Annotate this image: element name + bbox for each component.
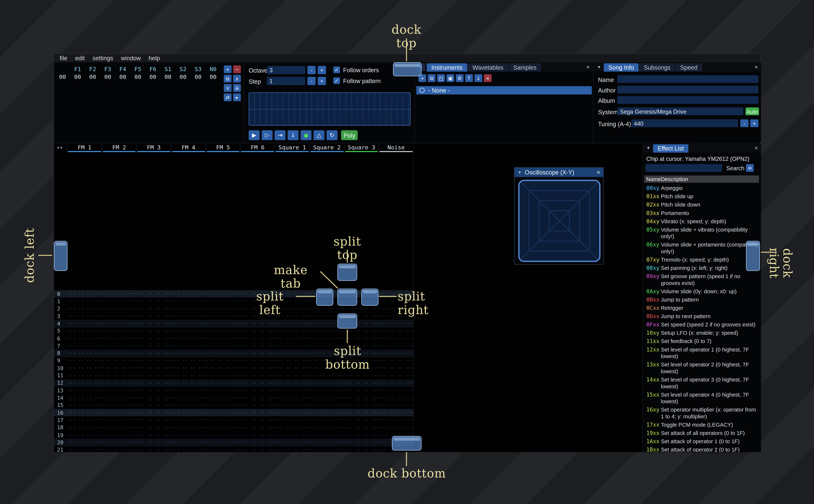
octave-increase-button[interactable]: +: [318, 66, 326, 74]
pattern-cell[interactable]: ··· ·· ·· ···: [309, 380, 344, 386]
move-instrument-up-button[interactable]: ↑: [465, 74, 473, 82]
pattern-cell[interactable]: ··· ·· ·· ···: [240, 321, 275, 326]
pattern-cell[interactable]: ··· ·· ·· ···: [378, 410, 413, 415]
pattern-cell[interactable]: ··· ·· ·· ···: [240, 380, 275, 386]
menu-item-settings[interactable]: settings: [92, 55, 113, 61]
pattern-cell[interactable]: ··· ·· ·· ···: [136, 425, 171, 430]
step-input[interactable]: 1: [267, 77, 305, 85]
pattern-cell[interactable]: ··· ·· ·· ···: [136, 351, 171, 356]
pattern-cell[interactable]: ··· ·· ·· ···: [67, 447, 102, 452]
pattern-cell[interactable]: ··· ·· ·· ···: [205, 447, 240, 452]
pattern-cell[interactable]: ··· ·· ·· ···: [171, 388, 205, 393]
pattern-cell[interactable]: ··· ·· ·· ···: [205, 388, 240, 393]
pattern-cell[interactable]: ··· ·· ·· ···: [275, 351, 309, 356]
pattern-cell[interactable]: ··· ·· ·· ···: [344, 432, 378, 438]
pattern-cell[interactable]: ··· ·· ·· ···: [275, 336, 309, 341]
pattern-cell[interactable]: ··· ·· ·· ···: [309, 432, 344, 438]
pattern-cell[interactable]: ··· ·· ·· ···: [275, 343, 309, 348]
pattern-cell[interactable]: ··· ·· ·· ···: [67, 380, 102, 386]
pattern-cell[interactable]: ··· ·· ·· ···: [344, 373, 378, 378]
pattern-cell[interactable]: ··· ·· ·· ···: [378, 336, 413, 341]
pattern-cell[interactable]: ··· ·· ·· ···: [205, 410, 240, 415]
octave-decrease-button[interactable]: -: [307, 66, 315, 74]
effect-row[interactable]: 09xySet groove pattern (speed 1 if no gr…: [644, 272, 761, 287]
pattern-cell[interactable]: ··· ·· ·· ···: [102, 410, 136, 415]
effect-row[interactable]: 0CxxRetrigger: [644, 304, 761, 312]
pattern-cell[interactable]: ··· ·· ·· ···: [136, 388, 171, 393]
pattern-cell[interactable]: ··· ·· ·· ···: [67, 403, 102, 408]
pattern-cell[interactable]: ··· ·· ·· ···: [344, 328, 378, 334]
pattern-cell[interactable]: ··· ·· ·· ···: [275, 403, 309, 408]
effect-row[interactable]: 15xxSet level of operator 4 (0 highest, …: [644, 390, 761, 405]
effect-row[interactable]: 14xxSet level of operator 3 (0 highest, …: [644, 375, 761, 390]
collapse-icon[interactable]: ▼: [646, 146, 650, 151]
remove-order-button[interactable]: −: [233, 65, 241, 73]
pattern-cell[interactable]: ··· ·· ·· ···: [102, 388, 136, 393]
pattern-cell[interactable]: ··· ·· ·· ···: [136, 328, 171, 334]
channel-header-square-1[interactable]: Square 1: [275, 144, 309, 152]
pattern-cell[interactable]: ··· ·· ·· ···: [136, 380, 171, 386]
effect-row[interactable]: 06xyVolume slide + portamento (compatibi…: [644, 240, 761, 256]
pattern-cell[interactable]: ··· ·· ·· ···: [205, 432, 240, 438]
collapse-icon[interactable]: ▼: [597, 65, 601, 69]
follow-orders-checkbox[interactable]: ✓: [333, 67, 340, 73]
auto-system-button[interactable]: Auto: [745, 107, 759, 115]
pattern-cell[interactable]: ··· ·· ·· ···: [309, 373, 344, 378]
pattern-cell[interactable]: ··· ·· ·· ···: [205, 358, 240, 363]
pattern-cell[interactable]: ··· ·· ·· ···: [171, 314, 205, 319]
order-cell[interactable]: 00: [175, 74, 191, 81]
channel-header-fm-1[interactable]: FM 1: [67, 144, 102, 152]
menu-item-window[interactable]: window: [121, 55, 141, 61]
pattern-cell[interactable]: ··· ·· ·· ···: [240, 440, 275, 445]
make-tab-target[interactable]: [337, 289, 357, 306]
effect-row[interactable]: 19xxSet attack of all operators (0 to 1F…: [644, 429, 761, 437]
play-pattern-button[interactable]: ▷: [261, 130, 272, 140]
pattern-cell[interactable]: ··· ·· ·· ···: [102, 365, 136, 371]
pattern-cell[interactable]: ··· ·· ·· ···: [309, 403, 344, 408]
pattern-cell[interactable]: ··· ·· ·· ···: [171, 343, 205, 348]
pattern-cell[interactable]: ··· ·· ·· ···: [309, 418, 344, 423]
pattern-cell[interactable]: ··· ·· ·· ···: [171, 425, 205, 430]
pattern-cell[interactable]: ··· ·· ·· ···: [67, 410, 102, 415]
pattern-cell[interactable]: ··· ·· ·· ···: [67, 440, 102, 445]
pattern-cell[interactable]: ··· ·· ·· ···: [136, 447, 171, 452]
pattern-cell[interactable]: ··· ·· ·· ···: [171, 321, 205, 326]
system-field[interactable]: Sega Genesis/Mega Drive: [617, 107, 743, 115]
pattern-cell[interactable]: ··· ·· ·· ···: [136, 314, 171, 319]
effect-row[interactable]: 03xxPortamento: [644, 209, 761, 217]
step-increase-button[interactable]: +: [318, 77, 326, 85]
pattern-cell[interactable]: ··· ·· ·· ···: [344, 425, 378, 430]
pattern-cell[interactable]: ··· ·· ·· ···: [240, 373, 275, 378]
channel-header-fm-2[interactable]: FM 2: [102, 144, 136, 152]
repeat-pattern-button[interactable]: ↻: [326, 130, 337, 140]
effect-row[interactable]: 12xxSet level of operator 1 (0 highest, …: [644, 345, 761, 360]
tab-instruments[interactable]: Instruments: [427, 63, 467, 72]
pattern-cell[interactable]: ··· ·· ·· ···: [344, 395, 378, 400]
pattern-cell[interactable]: ··· ·· ·· ···: [171, 306, 205, 311]
pattern-cell[interactable]: ··· ·· ·· ···: [205, 328, 240, 334]
pattern-cell[interactable]: ··· ·· ·· ···: [67, 336, 102, 341]
pattern-cell[interactable]: ··· ·· ·· ···: [102, 403, 136, 408]
effect-row[interactable]: 05xyVolume slide + vibrato (compatibilit…: [644, 225, 761, 240]
pattern-cell[interactable]: ··· ·· ·· ···: [67, 343, 102, 348]
order-cell[interactable]: 00: [85, 74, 100, 81]
effect-search-input[interactable]: [645, 164, 722, 172]
pattern-cell[interactable]: ··· ·· ·· ···: [102, 291, 136, 296]
pattern-cell[interactable]: ··· ·· ·· ···: [240, 351, 275, 356]
pattern-cell[interactable]: ··· ·· ·· ···: [171, 299, 205, 304]
pattern-cell[interactable]: ··· ·· ·· ···: [275, 321, 309, 326]
pattern-cell[interactable]: ··· ·· ·· ···: [205, 321, 240, 326]
split-target-right[interactable]: [361, 289, 378, 306]
step-one-row-button[interactable]: ↓: [287, 130, 298, 140]
pattern-cell[interactable]: ··· ·· ·· ···: [102, 321, 136, 326]
pattern-cell[interactable]: ··· ·· ·· ···: [275, 440, 309, 445]
pattern-cell[interactable]: ··· ·· ·· ···: [240, 395, 275, 400]
tuning-increase-button[interactable]: +: [750, 119, 759, 127]
pattern-cell[interactable]: ··· ·· ·· ···: [67, 351, 102, 356]
pattern-cell[interactable]: ··· ·· ·· ···: [205, 373, 240, 378]
duplicate-order-button[interactable]: ⧉: [224, 75, 231, 83]
channel-header-fm-3[interactable]: FM 3: [136, 144, 171, 152]
pattern-cell[interactable]: ··· ·· ·· ···: [102, 432, 136, 438]
effect-row[interactable]: 01xxPitch slide up: [644, 192, 761, 200]
effect-row[interactable]: 11xxSet feedback (0 to 7): [644, 337, 761, 345]
